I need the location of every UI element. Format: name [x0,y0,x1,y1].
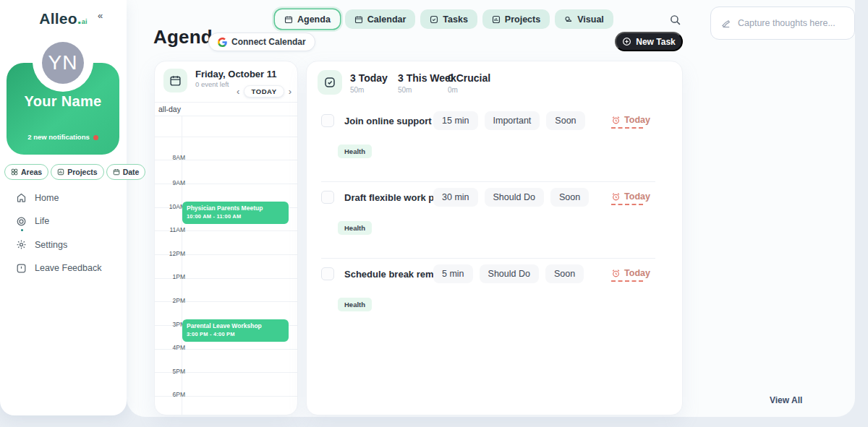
prev-day-button[interactable]: ‹ [237,87,239,96]
task-checkbox[interactable] [321,267,334,280]
sidebar-item-settings[interactable]: Settings [16,238,101,251]
duration-pill[interactable]: 5 min [433,264,473,283]
filter-areas[interactable]: Areas [4,164,48,180]
tab-tasks[interactable]: Tasks [420,9,477,29]
filter-projects[interactable]: Projects [51,164,103,180]
search-icon [669,14,681,26]
when-pill[interactable]: Soon [550,188,589,207]
hour-label: 6PM [159,391,185,398]
duration-pill[interactable]: 30 min [433,188,478,207]
pen-scribble-icon [721,18,732,29]
alleo-logo: Alleo.ai [39,10,87,27]
when-pill[interactable]: Soon [546,111,584,130]
new-task-button[interactable]: New Task [615,32,683,51]
task-row: Draft flexible work proposal 30 min Shou… [307,187,682,258]
avatar[interactable]: YN [42,42,84,84]
task-pills: 5 min Should Do Soon [433,264,584,283]
calendar-panel-icon [163,69,187,92]
notifications[interactable]: 2 new notifications [7,133,119,141]
time-grid[interactable]: 8AM 9AM 10AM 11AM 12PM 1PM 2PM 3PM 4PM 5… [155,102,298,415]
priority-pill[interactable]: Should Do [485,188,544,207]
alarm-clock-icon [611,269,621,278]
tab-projects[interactable]: Projects [482,9,550,29]
sidebar: Alleo.ai « YN Your Name 2 new notificati… [0,0,127,415]
notifications-label: 2 new notifications [27,133,90,141]
hour-label: 4PM [159,344,185,351]
google-icon [218,38,227,47]
hour-label: 12PM [159,250,185,257]
tab-visual[interactable]: Visual [555,9,613,29]
tag-health[interactable]: Health [338,145,372,158]
target-icon [16,216,27,227]
calendar-icon [113,168,120,176]
due-date[interactable]: Today [611,268,650,278]
tab-agenda[interactable]: Agenda [275,9,340,29]
sidebar-item-life[interactable]: Life [16,215,101,228]
hour-label: 5PM [159,368,185,375]
calendar-date-title: Friday, October 11 [195,69,276,79]
sidebar-nav: Home Life Settings Leave Feedback [16,191,101,285]
calendar-icon [354,15,363,24]
gear-icon [16,239,27,250]
priority-pill[interactable]: Important [485,111,540,130]
task-checkbox[interactable] [321,114,334,127]
all-day-row: all-day [155,103,298,116]
task-pills: 30 min Should Do Soon [433,188,589,207]
stat-today: 3 Today 50m [350,72,388,94]
hour-label: 2PM [159,297,185,304]
filter-label: Date [123,168,140,176]
calendar-event[interactable]: Parental Leave Workshop 3:00 PM - 4:00 P… [182,319,289,342]
hour-label: 7PM [159,415,185,415]
feedback-icon [16,263,27,274]
filter-date[interactable]: Date [106,164,146,180]
next-day-button[interactable]: › [289,87,292,96]
life-indicator-dot [21,229,23,231]
sidebar-item-leave-feedback[interactable]: Leave Feedback [16,262,101,275]
tab-label: Visual [577,14,604,25]
filter-label: Areas [21,168,42,176]
logo-row: Alleo.ai [0,10,127,27]
calendar-event[interactable]: Physician Parents Meetup 10:00 AM - 11:0… [182,202,289,224]
top-navigation: Agenda Calendar Tasks Projects Visual [275,9,613,29]
plus-circle-icon [622,37,631,46]
hour-label: 3PM [159,321,185,328]
hour-label: 11AM [159,226,185,233]
connect-calendar-button[interactable]: Connect Calendar [208,33,315,51]
sidebar-item-home[interactable]: Home [16,191,101,204]
task-row: Join online support group 15 min Importa… [307,111,682,181]
task-row: Schedule break reminders 5 min Should Do… [307,264,682,335]
when-pill[interactable]: Soon [545,264,584,283]
task-checkbox[interactable] [321,191,334,204]
due-date[interactable]: Today [611,191,650,202]
task-separator [321,258,655,259]
filter-row: Areas Projects Date [4,164,122,180]
tab-calendar[interactable]: Calendar [345,9,416,29]
priority-pill[interactable]: Should Do [480,264,539,283]
collapse-sidebar-icon[interactable]: « [98,10,103,21]
capture-thoughts-box[interactable] [710,7,855,40]
calendar-day-panel: Friday, October 11 0 event left ‹ TODAY … [154,61,298,415]
capture-thoughts-input[interactable] [738,18,844,28]
tasks-icon [430,15,438,24]
due-label: Today [624,115,650,125]
hour-label: 10AM [159,203,185,210]
tag-health[interactable]: Health [338,298,372,311]
check-square-icon [323,76,336,89]
event-title: Parental Leave Workshop [187,322,284,329]
stat-sub: 50m [350,86,388,94]
stat-value: 0 Crucial [448,72,490,84]
alarm-clock-icon [611,192,621,202]
duration-pill[interactable]: 15 min [433,111,478,130]
events-left-label: 0 event left [195,80,229,88]
stat-sub: 0m [448,86,490,94]
home-icon [16,192,27,203]
task-separator [321,181,655,182]
today-button[interactable]: TODAY [244,85,284,98]
new-task-label: New Task [636,37,675,47]
calendar-nav: ‹ TODAY › [237,85,292,98]
due-date[interactable]: Today [611,115,650,125]
view-all-link[interactable]: View All [770,395,802,405]
stat-value: 3 Today [350,72,388,84]
tag-health[interactable]: Health [338,221,372,235]
search-button[interactable] [669,14,682,27]
